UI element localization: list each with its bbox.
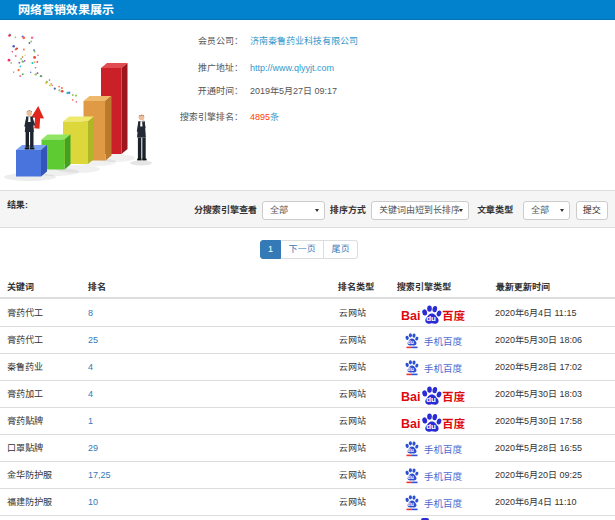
svg-text:du: du xyxy=(426,314,436,323)
svg-text:手机百度: 手机百度 xyxy=(424,333,463,347)
svg-text:du: du xyxy=(408,474,414,480)
svg-text:手机百度: 手机百度 xyxy=(424,360,463,374)
svg-text:Bai: Bai xyxy=(401,390,420,404)
svg-text:du: du xyxy=(408,366,414,372)
svg-text:du: du xyxy=(426,422,436,431)
svg-text:du: du xyxy=(408,339,414,345)
svg-text:百度: 百度 xyxy=(442,307,465,323)
svg-text:du: du xyxy=(408,447,414,453)
svg-text:手机百度: 手机百度 xyxy=(424,468,463,482)
svg-text:Bai: Bai xyxy=(401,309,420,323)
svg-text:手机百度: 手机百度 xyxy=(424,495,463,509)
svg-text:du: du xyxy=(408,501,414,507)
svg-text:百度: 百度 xyxy=(442,415,465,431)
svg-text:Bai: Bai xyxy=(401,417,420,431)
svg-text:手机百度: 手机百度 xyxy=(424,441,463,455)
svg-text:百度: 百度 xyxy=(442,388,465,404)
svg-text:du: du xyxy=(426,395,436,404)
